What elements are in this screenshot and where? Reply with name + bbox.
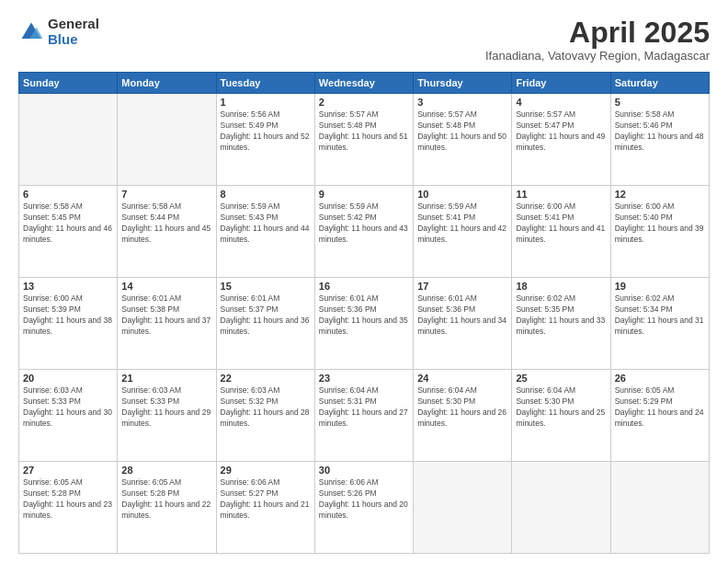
calendar-day-cell: 11 Sunrise: 6:00 AMSunset: 5:41 PMDaylig… [512,186,610,278]
day-number: 12 [615,189,705,200]
day-number: 24 [417,373,507,384]
weekday-header-row: Sunday Monday Tuesday Wednesday Thursday… [19,73,710,94]
logo-general: General [48,17,99,32]
logo-text: General Blue [48,17,99,47]
day-info: Sunrise: 5:59 AMSunset: 5:41 PMDaylight:… [417,201,506,244]
calendar-day-cell: 27 Sunrise: 6:05 AMSunset: 5:28 PMDaylig… [19,462,118,554]
day-info: Sunrise: 6:01 AMSunset: 5:36 PMDaylight:… [417,293,506,336]
day-number: 20 [23,373,113,384]
day-info: Sunrise: 6:06 AMSunset: 5:27 PMDaylight:… [221,477,310,520]
day-info: Sunrise: 6:01 AMSunset: 5:37 PMDaylight:… [221,293,310,336]
day-number: 17 [417,281,507,292]
main-title: April 2025 [485,17,710,49]
day-info: Sunrise: 6:03 AMSunset: 5:32 PMDaylight:… [221,385,310,428]
day-number: 8 [221,189,311,200]
calendar-day-cell: 12 Sunrise: 6:00 AMSunset: 5:40 PMDaylig… [610,186,709,278]
calendar-day-cell: 5 Sunrise: 5:58 AMSunset: 5:46 PMDayligh… [610,94,709,186]
day-number: 5 [615,97,705,108]
day-info: Sunrise: 6:03 AMSunset: 5:33 PMDaylight:… [121,385,210,428]
calendar-day-cell: 16 Sunrise: 6:01 AMSunset: 5:36 PMDaylig… [314,278,413,370]
day-number: 10 [417,189,507,200]
calendar-day-cell: 6 Sunrise: 5:58 AMSunset: 5:45 PMDayligh… [19,186,118,278]
day-number: 29 [221,465,311,476]
calendar-day-cell [610,462,709,554]
day-number: 3 [417,97,507,108]
logo-blue: Blue [48,32,99,48]
calendar-day-cell: 21 Sunrise: 6:03 AMSunset: 5:33 PMDaylig… [118,370,216,462]
header-monday: Monday [118,73,216,94]
calendar-week-row: 20 Sunrise: 6:03 AMSunset: 5:33 PMDaylig… [19,370,710,462]
logo: General Blue [18,17,99,47]
day-number: 13 [23,281,113,292]
logo-icon [18,19,44,45]
day-number: 1 [221,97,311,108]
header-wednesday: Wednesday [314,73,413,94]
calendar-day-cell: 20 Sunrise: 6:03 AMSunset: 5:33 PMDaylig… [19,370,118,462]
day-info: Sunrise: 5:57 AMSunset: 5:48 PMDaylight:… [417,109,506,152]
day-number: 11 [516,189,606,200]
day-info: Sunrise: 6:04 AMSunset: 5:31 PMDaylight:… [319,385,408,428]
day-info: Sunrise: 5:59 AMSunset: 5:42 PMDaylight:… [319,201,408,244]
calendar-day-cell: 1 Sunrise: 5:56 AMSunset: 5:49 PMDayligh… [216,94,314,186]
calendar-table: Sunday Monday Tuesday Wednesday Thursday… [18,72,710,554]
day-info: Sunrise: 6:02 AMSunset: 5:34 PMDaylight:… [615,293,704,336]
calendar-day-cell: 30 Sunrise: 6:06 AMSunset: 5:26 PMDaylig… [314,462,413,554]
subtitle: Ifanadiana, Vatovavy Region, Madagascar [485,49,710,63]
calendar-day-cell: 26 Sunrise: 6:05 AMSunset: 5:29 PMDaylig… [610,370,709,462]
day-number: 15 [221,281,311,292]
day-info: Sunrise: 5:56 AMSunset: 5:49 PMDaylight:… [221,109,310,152]
day-info: Sunrise: 5:58 AMSunset: 5:46 PMDaylight:… [615,109,704,152]
calendar-week-row: 1 Sunrise: 5:56 AMSunset: 5:49 PMDayligh… [19,94,710,186]
day-info: Sunrise: 6:05 AMSunset: 5:29 PMDaylight:… [615,385,704,428]
day-info: Sunrise: 6:01 AMSunset: 5:36 PMDaylight:… [319,293,408,336]
calendar-day-cell: 23 Sunrise: 6:04 AMSunset: 5:31 PMDaylig… [314,370,413,462]
calendar-day-cell: 25 Sunrise: 6:04 AMSunset: 5:30 PMDaylig… [512,370,610,462]
header-thursday: Thursday [414,73,512,94]
day-number: 21 [121,373,211,384]
calendar-day-cell: 17 Sunrise: 6:01 AMSunset: 5:36 PMDaylig… [414,278,512,370]
day-number: 23 [319,373,409,384]
day-info: Sunrise: 5:57 AMSunset: 5:47 PMDaylight:… [516,109,605,152]
calendar-day-cell [414,462,512,554]
day-info: Sunrise: 6:01 AMSunset: 5:38 PMDaylight:… [121,293,210,336]
calendar-day-cell: 14 Sunrise: 6:01 AMSunset: 5:38 PMDaylig… [118,278,216,370]
day-info: Sunrise: 6:04 AMSunset: 5:30 PMDaylight:… [417,385,506,428]
day-info: Sunrise: 6:05 AMSunset: 5:28 PMDaylight:… [121,477,210,520]
day-info: Sunrise: 6:03 AMSunset: 5:33 PMDaylight:… [23,385,112,428]
day-info: Sunrise: 6:04 AMSunset: 5:30 PMDaylight:… [516,385,605,428]
header-sunday: Sunday [19,73,118,94]
calendar-day-cell: 29 Sunrise: 6:06 AMSunset: 5:27 PMDaylig… [216,462,314,554]
day-number: 25 [516,373,606,384]
day-info: Sunrise: 6:02 AMSunset: 5:35 PMDaylight:… [516,293,605,336]
calendar-day-cell: 8 Sunrise: 5:59 AMSunset: 5:43 PMDayligh… [216,186,314,278]
page: General Blue April 2025 Ifanadiana, Vato… [0,0,728,563]
header-tuesday: Tuesday [216,73,314,94]
day-number: 4 [516,97,606,108]
calendar-day-cell: 19 Sunrise: 6:02 AMSunset: 5:34 PMDaylig… [610,278,709,370]
day-number: 9 [319,189,409,200]
calendar-day-cell: 9 Sunrise: 5:59 AMSunset: 5:42 PMDayligh… [314,186,413,278]
calendar-day-cell [118,94,216,186]
calendar-day-cell: 22 Sunrise: 6:03 AMSunset: 5:32 PMDaylig… [216,370,314,462]
day-number: 7 [121,189,211,200]
day-info: Sunrise: 6:00 AMSunset: 5:41 PMDaylight:… [516,201,605,244]
day-number: 26 [615,373,705,384]
day-number: 19 [615,281,705,292]
calendar-day-cell: 18 Sunrise: 6:02 AMSunset: 5:35 PMDaylig… [512,278,610,370]
day-number: 18 [516,281,606,292]
day-number: 22 [221,373,311,384]
calendar-day-cell: 13 Sunrise: 6:00 AMSunset: 5:39 PMDaylig… [19,278,118,370]
day-number: 28 [121,465,211,476]
calendar-day-cell: 3 Sunrise: 5:57 AMSunset: 5:48 PMDayligh… [414,94,512,186]
calendar-week-row: 6 Sunrise: 5:58 AMSunset: 5:45 PMDayligh… [19,186,710,278]
calendar-day-cell: 24 Sunrise: 6:04 AMSunset: 5:30 PMDaylig… [414,370,512,462]
calendar-week-row: 13 Sunrise: 6:00 AMSunset: 5:39 PMDaylig… [19,278,710,370]
day-number: 2 [319,97,409,108]
calendar-week-row: 27 Sunrise: 6:05 AMSunset: 5:28 PMDaylig… [19,462,710,554]
day-info: Sunrise: 5:59 AMSunset: 5:43 PMDaylight:… [221,201,310,244]
calendar-day-cell: 28 Sunrise: 6:05 AMSunset: 5:28 PMDaylig… [118,462,216,554]
header-friday: Friday [512,73,610,94]
header-saturday: Saturday [610,73,709,94]
calendar-day-cell: 10 Sunrise: 5:59 AMSunset: 5:41 PMDaylig… [414,186,512,278]
day-info: Sunrise: 6:00 AMSunset: 5:39 PMDaylight:… [23,293,112,336]
